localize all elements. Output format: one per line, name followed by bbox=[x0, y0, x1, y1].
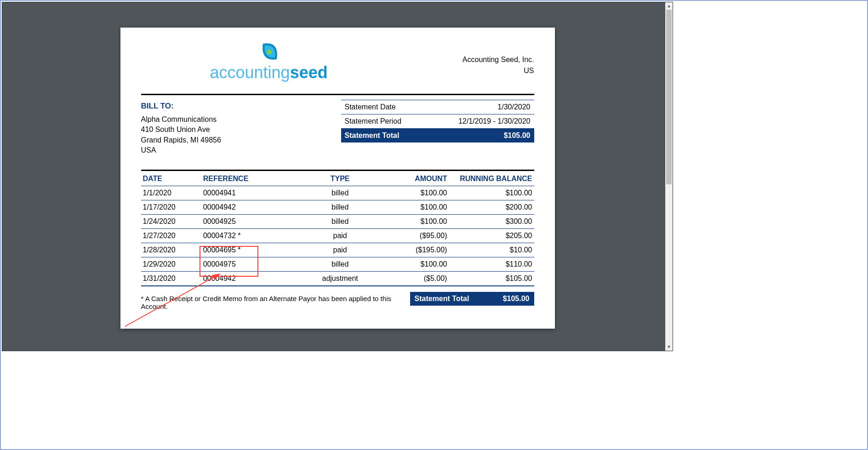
cell-balance: $200.00 bbox=[449, 200, 534, 214]
cell-reference: 00004732 * bbox=[201, 228, 300, 243]
cell-type: billed bbox=[300, 214, 381, 228]
cell-balance: $100.00 bbox=[449, 186, 534, 200]
cell-balance: $105.00 bbox=[449, 271, 534, 286]
cell-type: billed bbox=[300, 200, 381, 214]
vertical-scrollbar[interactable]: ▲ ▼ bbox=[665, 2, 673, 351]
cell-amount: ($95.00) bbox=[381, 228, 449, 243]
footer-statement-total: Statement Total $105.00 bbox=[410, 292, 534, 306]
footer-total-label: Statement Total bbox=[415, 295, 469, 303]
cell-date: 1/1/2020 bbox=[141, 186, 201, 200]
alternate-payor-footnote: * A Cash Receipt or Credit Memo from an … bbox=[141, 292, 410, 310]
scroll-down-arrow[interactable]: ▼ bbox=[665, 343, 673, 351]
cell-type: paid bbox=[300, 243, 381, 257]
col-amount: AMOUNT bbox=[381, 171, 449, 186]
statement-period-label: Statement Period bbox=[345, 117, 402, 125]
cell-amount: $100.00 bbox=[381, 214, 449, 228]
cell-reference: 00004975 bbox=[201, 257, 300, 271]
cell-date: 1/28/2020 bbox=[141, 243, 201, 257]
col-reference: REFERENCE bbox=[201, 171, 300, 186]
statement-total-label: Statement Total bbox=[345, 131, 400, 140]
header-rule bbox=[141, 94, 534, 95]
cell-type: paid bbox=[300, 228, 381, 243]
statement-period-value: 12/1/2019 - 1/30/2020 bbox=[458, 117, 531, 125]
cell-amount: $100.00 bbox=[381, 257, 449, 271]
cell-amount: $100.00 bbox=[381, 200, 449, 214]
table-row: 1/1/202000004941billed$100.00$100.00 bbox=[141, 186, 534, 200]
cell-balance: $110.00 bbox=[449, 257, 534, 271]
cell-amount: ($5.00) bbox=[381, 271, 449, 286]
cell-date: 1/29/2020 bbox=[141, 257, 201, 271]
table-row: 1/17/202000004942billed$100.00$200.00 bbox=[141, 200, 534, 214]
company-name: Accounting Seed, Inc. bbox=[463, 54, 534, 65]
statement-date-value: 1/30/2020 bbox=[497, 103, 530, 111]
col-date: DATE bbox=[141, 171, 201, 186]
statement-table: DATE REFERENCE TYPE AMOUNT RUNNING BALAN… bbox=[141, 171, 534, 286]
logo-word-seed: seed bbox=[290, 63, 328, 82]
billto-country: USA bbox=[141, 145, 325, 155]
pdf-viewer-frame: ▲ ▼ accountingseed bbox=[2, 2, 673, 351]
cell-type: billed bbox=[300, 257, 381, 271]
cell-reference: 00004925 bbox=[201, 214, 300, 228]
statement-total-value: $105.00 bbox=[504, 131, 531, 140]
table-row: 1/28/202000004695 *paid($195.00)$10.00 bbox=[141, 243, 534, 257]
table-row: 1/27/202000004732 *paid($95.00)$205.00 bbox=[141, 228, 534, 243]
cell-reference: 00004942 bbox=[201, 271, 300, 286]
billto-city: Grand Rapids, MI 49856 bbox=[141, 135, 325, 145]
table-row: 1/24/202000004925billed$100.00$300.00 bbox=[141, 214, 534, 228]
cell-date: 1/27/2020 bbox=[141, 228, 201, 243]
cell-reference: 00004695 * bbox=[201, 243, 300, 257]
cell-date: 1/24/2020 bbox=[141, 214, 201, 228]
cell-balance: $205.00 bbox=[449, 228, 534, 243]
cell-type: billed bbox=[300, 186, 381, 200]
billto-street: 410 South Union Ave bbox=[141, 125, 325, 135]
scroll-thumb[interactable] bbox=[666, 10, 672, 184]
cell-amount: ($195.00) bbox=[381, 243, 449, 257]
logo-word-accounting: accounting bbox=[210, 63, 290, 82]
table-row: 1/31/202000004942adjustment($5.00)$105.0… bbox=[141, 271, 534, 286]
cell-amount: $100.00 bbox=[381, 186, 449, 200]
company-country: US bbox=[463, 65, 534, 76]
billto-name: Alpha Communications bbox=[141, 114, 325, 125]
col-type: TYPE bbox=[300, 171, 381, 186]
cell-reference: 00004941 bbox=[201, 186, 300, 200]
brand-logo: accountingseed bbox=[210, 40, 328, 81]
footer-total-value: $105.00 bbox=[503, 295, 530, 303]
cell-balance: $300.00 bbox=[449, 214, 534, 228]
statement-date-label: Statement Date bbox=[345, 103, 396, 111]
cell-type: adjustment bbox=[300, 271, 381, 286]
cell-balance: $10.00 bbox=[449, 243, 534, 257]
cell-date: 1/17/2020 bbox=[141, 200, 201, 214]
scroll-up-arrow[interactable]: ▲ bbox=[665, 2, 673, 10]
bill-to-label: BILL TO: bbox=[141, 100, 325, 114]
cell-reference: 00004942 bbox=[201, 200, 300, 214]
svg-point-0 bbox=[267, 50, 272, 54]
leaf-icon bbox=[258, 40, 280, 63]
cell-date: 1/31/2020 bbox=[141, 271, 201, 286]
statement-document: accountingseed Accounting Seed, Inc. US … bbox=[120, 28, 555, 329]
table-row: 1/29/202000004975billed$100.00$110.00 bbox=[141, 257, 534, 271]
col-balance: RUNNING BALANCE bbox=[449, 171, 534, 186]
